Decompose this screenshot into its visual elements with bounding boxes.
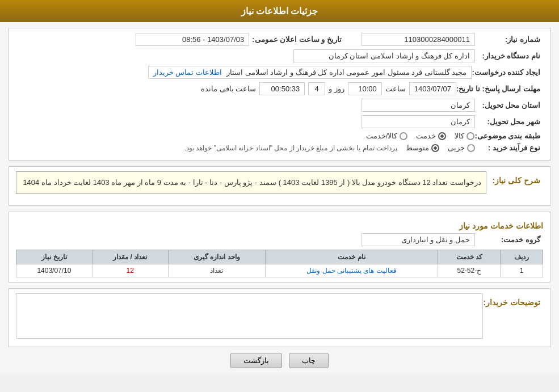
response-time-label: ساعت: [385, 85, 406, 93]
category-label: طبقه بندی موضوعی:: [474, 132, 543, 140]
col-name: نام خدمت: [265, 250, 438, 264]
requester-label: ایجاد کننده درخواست:: [472, 68, 543, 77]
service-group-label: گروه خدمت:: [475, 235, 543, 244]
table-row: 1 ح-52-52 فعالیت های پشتیبانی حمل ونقل ت…: [16, 264, 543, 277]
requester-row: ایجاد کننده درخواست: مجید گلستانی فرد مس…: [16, 66, 543, 79]
service-group-value: حمل و نقل و انبارداری: [362, 233, 475, 246]
remaining-time-label: ساعت باقی مانده: [201, 85, 256, 93]
process-type-label: نوع فرآیند خرید :: [475, 144, 543, 152]
services-section-title: اطلاعات خدمات مورد نیاز: [16, 221, 543, 230]
response-day-value: 4: [308, 82, 325, 95]
process-option-jozi[interactable]: جزیی: [448, 144, 475, 152]
col-unit: واحد اندازه گیری: [168, 250, 265, 264]
process-type-row: نوع فرآیند خرید : جزیی متوسط پرداخت تمام…: [16, 144, 543, 152]
main-content: شماره نیاز: 1103000284000011 تاریخ و ساع…: [0, 22, 559, 374]
buyer-comments-textarea[interactable]: [16, 293, 483, 339]
cell-row-num: 1: [501, 264, 543, 277]
need-description-label: شرح کلی نیاز:: [486, 176, 543, 185]
response-date-value: 1403/07/07: [409, 82, 456, 95]
buyer-org-row: نام دستگاه خریدار: اداره کل فرهنگ و ارشا…: [16, 49, 543, 62]
announcement-datetime-label: تاریخ و ساعت اعلان عمومی:: [252, 35, 344, 44]
radio-kala-khedmat-label: کالا/خدمت: [366, 132, 398, 140]
response-time-value: 10:00: [348, 82, 382, 95]
delivery-city-value: کرمان: [362, 115, 475, 128]
service-group-row: گروه خدمت: حمل و نقل و انبارداری: [16, 233, 543, 246]
category-option-kala[interactable]: کالا: [455, 132, 474, 140]
back-button[interactable]: بازگشت: [230, 353, 282, 368]
radio-motavasset-label: متوسط: [406, 144, 429, 152]
radio-kala-khedmat: [400, 132, 407, 140]
buyer-comments-label: توضیحات خریدار:: [483, 298, 543, 307]
process-radio-group: جزیی متوسط: [406, 144, 475, 152]
info-section: شماره نیاز: 1103000284000011 تاریخ و ساع…: [9, 28, 550, 161]
print-button[interactable]: چاپ: [289, 353, 329, 368]
requester-value: مجید گلستانی فرد مسئول امور عمومی اداره …: [148, 66, 472, 79]
buttons-row: چاپ بازگشت: [9, 353, 550, 368]
category-option-kala-khedmat[interactable]: کالا/خدمت: [366, 132, 408, 140]
need-number-value: 1103000284000011: [362, 33, 475, 46]
delivery-province-row: استان محل تحویل: کرمان: [16, 99, 543, 112]
process-option-motavasset[interactable]: متوسط: [406, 144, 439, 152]
comments-row: توضیحات خریدار:: [16, 293, 543, 339]
cell-unit: تعداد: [168, 264, 265, 277]
need-number-label: شماره نیاز:: [475, 35, 543, 44]
radio-kala: [466, 132, 474, 140]
radio-jozi-label: جزیی: [448, 144, 465, 152]
page-header: جزئیات اطلاعات نیاز: [0, 0, 559, 22]
radio-khedmat-label: خدمت: [416, 132, 436, 140]
need-number-row: شماره نیاز: 1103000284000011 تاریخ و ساع…: [16, 33, 543, 46]
buyer-org-value: اداره کل فرهنگ و ارشاد اسلامی استان کرما…: [293, 49, 475, 62]
response-day-label: روز و: [329, 85, 344, 93]
col-quantity: تعداد / مقدار: [92, 250, 168, 264]
radio-kala-label: کالا: [455, 132, 464, 140]
col-date: تاریخ نیاز: [16, 250, 93, 264]
services-table: ردیف کد خدمت نام خدمت واحد اندازه گیری ت…: [16, 250, 543, 277]
announcement-datetime-value: 1403/07/03 - 08:56: [136, 33, 249, 46]
category-option-khedmat[interactable]: خدمت: [416, 132, 446, 140]
col-row-num: ردیف: [501, 250, 543, 264]
delivery-province-label: استان محل تحویل:: [475, 101, 543, 109]
need-description-value: درخواست تعداد 12 دستگاه خودرو مدل بالا (…: [16, 171, 486, 194]
cell-code: ح-52-52: [438, 264, 501, 277]
need-description-row: شرح کلی نیاز: درخواست تعداد 12 دستگاه خو…: [16, 171, 543, 197]
need-description-section: شرح کلی نیاز: درخواست تعداد 12 دستگاه خو…: [9, 166, 550, 206]
services-table-section: ردیف کد خدمت نام خدمت واحد اندازه گیری ت…: [16, 250, 543, 277]
cell-quantity: 12: [92, 264, 168, 277]
page-wrapper: جزئیات اطلاعات نیاز شماره نیاز: 11030002…: [0, 0, 559, 392]
remaining-time-value: 00:50:33: [259, 82, 305, 95]
category-radio-group: کالا خدمت کالا/خدمت: [366, 132, 475, 140]
contact-link[interactable]: اطلاعات تماس خریدار: [153, 68, 222, 77]
response-deadline-label: مهلت ارسال پاسخ: تا تاریخ:: [456, 85, 543, 93]
radio-khedmat: [438, 132, 446, 140]
category-row: طبقه بندی موضوعی: کالا خدمت کالا/خدمت: [16, 132, 543, 140]
delivery-province-value: کرمان: [362, 99, 475, 112]
services-section: اطلاعات خدمات مورد نیاز گروه خدمت: حمل و…: [9, 212, 550, 283]
delivery-city-row: شهر محل تحویل: کرمان: [16, 115, 543, 128]
col-code: کد خدمت: [438, 250, 501, 264]
cell-name: فعالیت های پشتیبانی حمل ونقل: [265, 264, 438, 277]
cell-date: 1403/07/10: [16, 264, 93, 277]
radio-motavasset: [431, 144, 439, 152]
comments-section: توضیحات خریدار:: [9, 288, 550, 347]
page-title: جزئیات اطلاعات نیاز: [241, 6, 318, 16]
buyer-org-label: نام دستگاه خریدار:: [475, 52, 543, 60]
radio-jozi: [467, 144, 475, 152]
process-note: پرداخت تمام یا بخشی از مبلغ خریدار از مح…: [184, 144, 397, 152]
response-deadline-row: مهلت ارسال پاسخ: تا تاریخ: 1403/07/07 سا…: [16, 82, 543, 95]
delivery-city-label: شهر محل تحویل:: [475, 117, 543, 126]
table-header-row: ردیف کد خدمت نام خدمت واحد اندازه گیری ت…: [16, 250, 543, 264]
